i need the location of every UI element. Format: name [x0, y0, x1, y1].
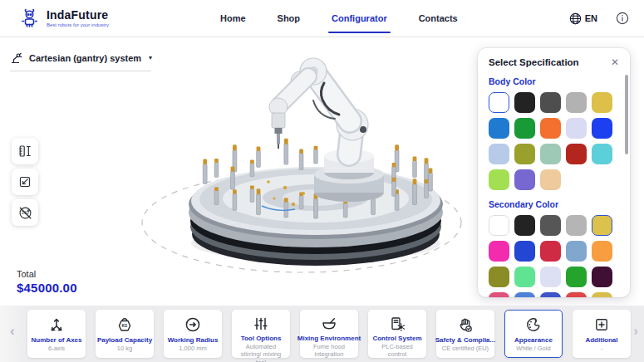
- card-control-system[interactable]: Control System PLC-based control: [368, 310, 426, 358]
- card-value: 1,000 mm: [176, 345, 209, 352]
- color-swatch[interactable]: [489, 118, 509, 139]
- body-color-label: Body Color: [489, 76, 619, 86]
- spec-cards-bar: ‹ Number of Axes 6-axis KG Payloa: [0, 306, 644, 362]
- color-swatch[interactable]: [566, 144, 587, 164]
- card-value: 6-axis: [46, 345, 67, 352]
- card-tool-options[interactable]: Tool Options Automated stirring/ mixing …: [232, 310, 290, 358]
- scroll-left-button[interactable]: ‹: [10, 324, 15, 338]
- card-value: Automated stirring/ mixing tool: [233, 343, 289, 362]
- color-swatch[interactable]: [514, 92, 535, 113]
- card-working-radius[interactable]: Working Radius 1,000 mm: [164, 310, 222, 358]
- ruler-icon: [17, 144, 32, 159]
- language-label: EN: [585, 13, 597, 23]
- color-swatch[interactable]: [592, 118, 612, 139]
- color-swatch[interactable]: [566, 241, 587, 262]
- card-title: Appearance: [514, 336, 553, 344]
- card-additional[interactable]: Additional -: [573, 310, 631, 358]
- color-swatch[interactable]: [566, 215, 587, 236]
- card-number-of-axes[interactable]: Number of Axes 6-axis: [27, 310, 86, 358]
- palette-icon: [524, 315, 543, 335]
- color-swatch[interactable]: [514, 241, 535, 262]
- color-swatch[interactable]: [592, 144, 612, 164]
- color-swatch[interactable]: [540, 215, 561, 236]
- svg-text:KG: KG: [122, 324, 128, 328]
- panel-scrollbar[interactable]: [625, 75, 628, 154]
- color-swatch[interactable]: [489, 267, 509, 287]
- color-swatch[interactable]: [489, 92, 509, 113]
- measure-tool-button[interactable]: [12, 138, 38, 164]
- color-swatch[interactable]: [592, 215, 612, 236]
- card-title: Control System: [372, 335, 421, 342]
- hand-check-icon: [456, 315, 474, 335]
- color-swatch[interactable]: [566, 92, 587, 113]
- card-value: CE certified (EU): [440, 345, 491, 352]
- robot-3d-preview[interactable]: [137, 42, 478, 292]
- color-swatch[interactable]: [540, 292, 561, 297]
- color-swatch[interactable]: [489, 241, 509, 262]
- close-icon[interactable]: ✕: [611, 57, 619, 67]
- card-title: Tool Options: [241, 335, 282, 342]
- scroll-right-button[interactable]: ›: [633, 324, 638, 338]
- color-swatch[interactable]: [592, 241, 612, 262]
- brand-tagline: Best robots for your industry: [47, 22, 109, 27]
- color-swatch[interactable]: [489, 292, 509, 297]
- card-title: Safety & Complia...: [435, 336, 495, 344]
- radius-icon: [184, 315, 202, 335]
- export-arrow-icon: [17, 174, 32, 189]
- info-button[interactable]: [616, 12, 629, 25]
- color-swatch[interactable]: [489, 169, 509, 190]
- color-swatch[interactable]: [514, 144, 535, 164]
- nav-home[interactable]: Home: [219, 0, 248, 37]
- card-payload-capacity[interactable]: KG Payload Capacity 10 kg: [96, 310, 154, 358]
- color-swatch[interactable]: [592, 292, 612, 297]
- card-title: Payload Capacity: [97, 336, 152, 344]
- sliders-icon: [252, 315, 270, 333]
- color-swatch[interactable]: [514, 215, 535, 236]
- specification-panel: Select Specification ✕ Body Color Second…: [478, 48, 630, 297]
- axes-icon: [47, 315, 66, 335]
- card-appearance[interactable]: Appearance White / Gold: [504, 310, 563, 358]
- body-color-swatches: [489, 92, 619, 190]
- export-view-button[interactable]: [12, 169, 38, 195]
- brand-logo[interactable]: IndaFuture Best robots for your industry: [18, 7, 109, 30]
- color-swatch[interactable]: [514, 169, 535, 190]
- card-safety-compliance[interactable]: Safety & Complia... CE certified (EU): [436, 310, 494, 358]
- card-title: Number of Axes: [31, 336, 81, 344]
- color-swatch[interactable]: [514, 292, 535, 297]
- color-swatch[interactable]: [540, 92, 561, 113]
- color-swatch[interactable]: [489, 215, 509, 236]
- color-swatch[interactable]: [514, 267, 535, 287]
- color-swatch[interactable]: [540, 118, 561, 139]
- language-switcher[interactable]: EN: [569, 12, 597, 25]
- color-swatch[interactable]: [566, 267, 587, 287]
- rotate-360-disabled-button[interactable]: 360: [12, 199, 38, 226]
- color-swatch[interactable]: [514, 118, 535, 139]
- color-swatch[interactable]: [540, 169, 561, 190]
- total-amount: $45000.00: [17, 281, 77, 295]
- card-title: Mixing Environment: [297, 335, 361, 342]
- mortar-icon: [320, 315, 338, 333]
- nav-shop[interactable]: Shop: [276, 0, 302, 37]
- nav-contacts[interactable]: Contacts: [417, 0, 460, 37]
- card-mixing-environment[interactable]: Mixing Environment Fume hood integration: [300, 310, 358, 358]
- color-swatch[interactable]: [540, 267, 561, 287]
- secondary-color-swatches: [489, 215, 619, 297]
- nav-configurator[interactable]: Configurator: [330, 0, 389, 37]
- color-swatch[interactable]: [566, 292, 587, 297]
- card-title: Working Radius: [168, 336, 219, 344]
- configurator-stage: Cartesian (gantry) system ▾: [0, 37, 644, 306]
- color-swatch[interactable]: [592, 267, 612, 287]
- color-swatch[interactable]: [489, 144, 509, 164]
- card-value: White / Gold: [514, 345, 553, 352]
- color-swatch[interactable]: [566, 118, 587, 139]
- color-swatch[interactable]: [592, 92, 612, 113]
- viewer-toolbar: 360: [12, 138, 38, 226]
- color-swatch[interactable]: [540, 144, 561, 164]
- no-360-rotation-icon: 360: [17, 205, 33, 221]
- total-label: Total: [17, 269, 77, 279]
- robot-arm-icon: [10, 51, 23, 65]
- total-price: Total $45000.00: [17, 269, 77, 295]
- color-swatch[interactable]: [540, 241, 561, 262]
- card-value: 10 kg: [115, 345, 135, 352]
- model-selector-dropdown[interactable]: Cartesian (gantry) system ▾: [10, 47, 151, 71]
